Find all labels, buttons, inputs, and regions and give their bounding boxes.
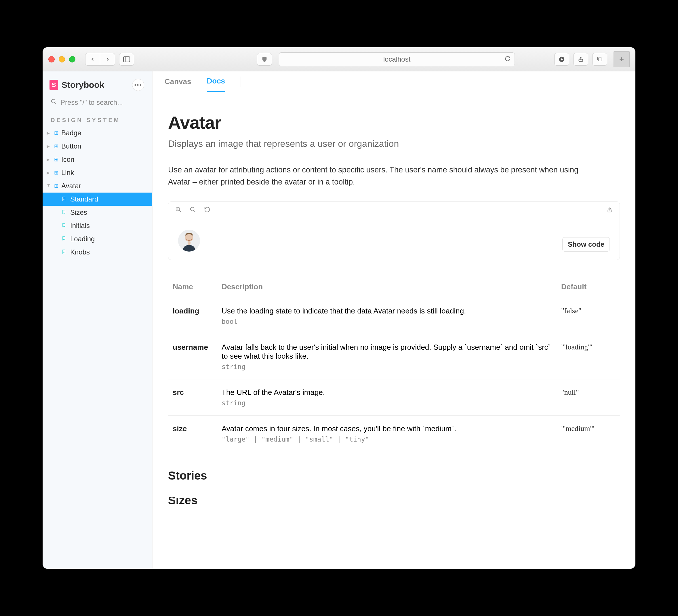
table-row: loading Use the loading state to indicat… (168, 298, 620, 334)
doc-tabs: Canvas Docs (153, 71, 635, 92)
close-window-button[interactable] (48, 56, 55, 63)
tree-item-badge[interactable]: ▶ ⊞ Badge (43, 126, 152, 140)
svg-line-8 (179, 210, 181, 212)
prop-desc-cell: Use the loading state to indicate that t… (217, 298, 557, 334)
show-code-button[interactable]: Show code (562, 237, 610, 252)
component-tree: ▶ ⊞ Badge ▶ ⊞ Button ▶ ⊞ Icon ▶ ⊞ Li (43, 126, 152, 264)
props-table: Name Description Default loading Use the… (168, 276, 620, 452)
component-icon: ⊞ (54, 170, 59, 176)
sidebar-menu-button[interactable]: ••• (132, 79, 144, 91)
prop-type: string (222, 363, 552, 370)
bookmark-icon (62, 236, 66, 242)
preview-body: Show code (168, 219, 619, 260)
search-icon (51, 99, 57, 107)
tree-item-icon[interactable]: ▶ ⊞ Icon (43, 153, 152, 166)
svg-rect-4 (598, 58, 602, 61)
prop-desc: The URL of the Avatar's image. (222, 388, 552, 397)
tab-docs[interactable]: Docs (207, 71, 225, 92)
story-item-loading[interactable]: Loading (43, 232, 152, 246)
story-item-initials[interactable]: Initials (43, 219, 152, 232)
prop-default: "'medium'" (557, 415, 620, 451)
prop-desc: Use the loading state to indicate that t… (222, 306, 552, 316)
stories-heading: Stories (168, 469, 620, 482)
avatar (178, 230, 200, 252)
story-item-knobs[interactable]: Knobs (43, 246, 152, 259)
zoom-reset-icon[interactable] (204, 206, 211, 214)
back-button[interactable] (85, 53, 100, 66)
sidebar-header: S Storybook ••• (43, 71, 152, 97)
svg-line-6 (55, 103, 57, 104)
zoom-in-icon[interactable] (175, 206, 182, 214)
table-row: username Avatar falls back to the user's… (168, 334, 620, 379)
tree-item-label: Avatar (61, 182, 81, 190)
prop-name: size (168, 415, 217, 451)
new-tab-button[interactable]: + (613, 51, 630, 67)
story-item-sizes[interactable]: Sizes (43, 206, 152, 219)
component-icon: ⊞ (54, 156, 59, 162)
browser-titlebar: localhost + (43, 47, 635, 71)
bookmark-icon (62, 249, 66, 256)
search-input[interactable]: Press "/" to search... (43, 97, 152, 112)
search-placeholder: Press "/" to search... (61, 99, 123, 107)
story-label: Knobs (70, 248, 90, 256)
browser-right-tools: + (554, 51, 630, 67)
open-externally-icon[interactable] (607, 207, 613, 214)
tree-item-label: Badge (61, 129, 81, 137)
prop-default: "false" (557, 298, 620, 334)
col-default: Default (557, 276, 620, 298)
svg-point-17 (188, 241, 191, 245)
downloads-button[interactable] (554, 53, 569, 66)
tree-item-link[interactable]: ▶ ⊞ Link (43, 166, 152, 179)
address-bar[interactable]: localhost (279, 52, 515, 66)
prop-name: username (168, 334, 217, 379)
preview-toolbar (168, 202, 619, 219)
svg-rect-0 (123, 57, 130, 62)
table-row: size Avatar comes in four sizes. In most… (168, 415, 620, 451)
maximize-window-button[interactable] (69, 56, 75, 63)
tree-item-label: Link (61, 169, 74, 177)
prop-type: bool (222, 318, 552, 325)
divider (168, 490, 620, 490)
storybook-logo-text: Storybook (62, 80, 104, 90)
prop-desc: Avatar falls back to the user's initial … (222, 343, 552, 361)
reload-icon[interactable] (505, 55, 511, 63)
prop-desc-cell: Avatar comes in four sizes. In most case… (217, 415, 557, 451)
sidebar-toggle-button[interactable] (119, 53, 134, 66)
prop-type: string (222, 399, 552, 407)
component-icon: ⊞ (54, 183, 59, 189)
chevron-right-icon: ▶ (47, 171, 51, 175)
svg-point-5 (51, 99, 55, 103)
prop-desc-cell: The URL of the Avatar's image. string (217, 379, 557, 415)
privacy-report-button[interactable] (257, 53, 272, 66)
browser-window: localhost + S Storybook (43, 47, 635, 569)
tree-item-label: Button (61, 142, 81, 150)
minimize-window-button[interactable] (59, 56, 65, 63)
share-button[interactable] (573, 53, 588, 66)
tree-item-button[interactable]: ▶ ⊞ Button (43, 140, 152, 153)
page-description: Use an avatar for attributing actions or… (168, 164, 600, 188)
prop-default: "null" (557, 379, 620, 415)
tree-item-label: Icon (61, 155, 74, 164)
chevron-down-icon: ▶ (47, 184, 51, 188)
tree-item-avatar[interactable]: ▶ ⊞ Avatar (43, 179, 152, 192)
tab-canvas[interactable]: Canvas (164, 72, 191, 91)
story-item-standard[interactable]: Standard (43, 192, 152, 206)
story-label: Standard (70, 195, 98, 203)
col-name: Name (168, 276, 217, 298)
tabs-button[interactable] (592, 53, 607, 66)
chevron-right-icon: ▶ (47, 131, 51, 135)
forward-button[interactable] (100, 53, 115, 66)
zoom-out-icon[interactable] (190, 206, 196, 214)
component-icon: ⊞ (54, 143, 59, 149)
address-text: localhost (383, 55, 411, 63)
page-title: Avatar (168, 112, 620, 133)
sidebar: S Storybook ••• Press "/" to search... D… (43, 71, 153, 569)
component-icon: ⊞ (54, 130, 59, 136)
chevron-right-icon: ▶ (47, 144, 51, 148)
col-desc: Description (217, 276, 557, 298)
page-subtitle: Displays an image that represents a user… (168, 139, 620, 149)
bookmark-icon (62, 209, 66, 216)
tab-separator (240, 77, 241, 87)
story-label: Sizes (70, 208, 87, 216)
storybook-logo[interactable]: S Storybook (49, 80, 104, 90)
